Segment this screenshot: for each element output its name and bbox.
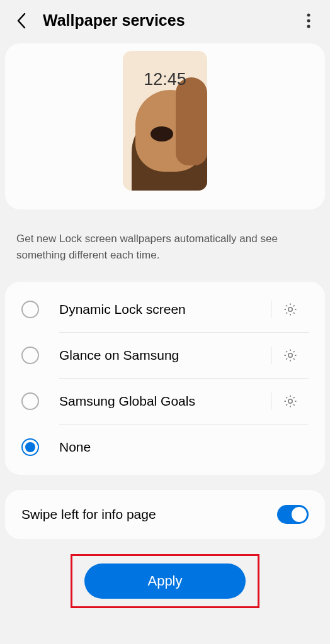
- gear-icon: [283, 302, 298, 317]
- option-dynamic-lock-screen[interactable]: Dynamic Lock screen: [5, 287, 325, 332]
- gear-icon: [283, 348, 298, 363]
- options-list: Dynamic Lock screen Glance on Samsung Sa…: [5, 282, 325, 475]
- option-label: Samsung Global Goals: [59, 394, 259, 409]
- option-samsung-global-goals[interactable]: Samsung Global Goals: [5, 379, 325, 424]
- apply-highlight: Apply: [71, 554, 259, 608]
- svg-point-0: [307, 13, 310, 16]
- option-label: Glance on Samsung: [59, 348, 259, 363]
- option-label: None: [59, 440, 297, 455]
- apply-button[interactable]: Apply: [84, 564, 246, 599]
- svg-point-1: [307, 19, 310, 22]
- swipe-label: Swipe left for info page: [21, 507, 277, 522]
- swipe-toggle[interactable]: [277, 505, 309, 524]
- back-icon: [16, 13, 26, 29]
- svg-point-2: [307, 25, 310, 28]
- settings-button[interactable]: [271, 301, 309, 318]
- radio-unchecked[interactable]: [21, 301, 39, 318]
- page-title: Wallpaper services: [43, 11, 300, 30]
- swipe-info-setting: Swipe left for info page: [5, 490, 325, 539]
- option-none[interactable]: None: [5, 425, 325, 470]
- svg-point-3: [288, 307, 292, 311]
- gear-icon: [283, 394, 298, 409]
- radio-checked[interactable]: [21, 438, 39, 456]
- option-label: Dynamic Lock screen: [59, 302, 259, 317]
- description-text: Get new Lock screen wallpapers automatic…: [0, 209, 330, 282]
- back-button[interactable]: [13, 12, 30, 30]
- more-vertical-icon: [307, 13, 310, 28]
- radio-unchecked[interactable]: [21, 392, 39, 410]
- radio-unchecked[interactable]: [21, 347, 39, 364]
- svg-point-4: [288, 353, 292, 357]
- app-header: Wallpaper services: [0, 0, 330, 41]
- preview-clock: 12:45: [123, 70, 207, 89]
- wallpaper-preview[interactable]: 12:45: [123, 51, 207, 191]
- more-button[interactable]: [300, 12, 317, 30]
- svg-point-5: [288, 399, 292, 402]
- settings-button[interactable]: [271, 392, 309, 410]
- wallpaper-preview-card: 12:45: [5, 43, 325, 209]
- option-glance-on-samsung[interactable]: Glance on Samsung: [5, 333, 325, 378]
- settings-button[interactable]: [271, 347, 309, 364]
